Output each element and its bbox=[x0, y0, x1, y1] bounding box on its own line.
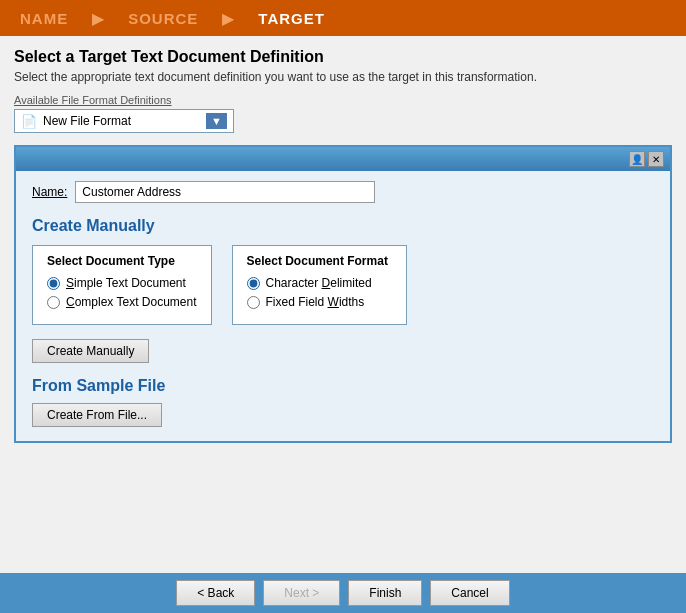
next-button[interactable]: Next > bbox=[263, 580, 340, 606]
radio-complex-text-input[interactable] bbox=[47, 296, 60, 309]
name-label: Name: bbox=[32, 185, 67, 199]
wizard-step-name-label: NAME bbox=[20, 10, 68, 27]
page-title: Select a Target Text Document Definition bbox=[14, 48, 672, 66]
wizard-step-source: SOURCE bbox=[108, 0, 218, 36]
main-content: Select a Target Text Document Definition… bbox=[0, 36, 686, 573]
radio-simple-text-input[interactable] bbox=[47, 277, 60, 290]
page-subtitle: Select the appropriate text document def… bbox=[14, 70, 672, 84]
file-format-label: Available File Format Definitions bbox=[14, 94, 672, 106]
wizard-step-name: NAME bbox=[0, 0, 88, 36]
chevron-down-icon[interactable]: ▼ bbox=[206, 113, 227, 129]
file-format-dropdown[interactable]: 📄 New File Format ▼ bbox=[14, 109, 234, 133]
dropdown-value: New File Format bbox=[43, 114, 202, 128]
dialog-close-button[interactable]: ✕ bbox=[648, 151, 664, 167]
dialog-body: Name: Create Manually Select Document Ty… bbox=[16, 171, 670, 441]
from-sample-title: From Sample File bbox=[32, 377, 654, 395]
create-manually-title: Create Manually bbox=[32, 217, 654, 235]
wizard-arrow-2: ▶ bbox=[218, 0, 238, 36]
wizard-step-target-label: TARGET bbox=[258, 10, 325, 27]
dropdown-row: 📄 New File Format ▼ bbox=[14, 109, 672, 133]
radio-complex-text: Complex Text Document bbox=[47, 295, 197, 309]
finish-button[interactable]: Finish bbox=[348, 580, 422, 606]
create-manually-button[interactable]: Create Manually bbox=[32, 339, 149, 363]
name-input[interactable] bbox=[75, 181, 375, 203]
doc-type-group-title: Select Document Type bbox=[47, 254, 197, 268]
doc-type-group: Select Document Type Simple Text Documen… bbox=[32, 245, 212, 325]
bottom-bar: < Back Next > Finish Cancel bbox=[0, 573, 686, 613]
options-row: Select Document Type Simple Text Documen… bbox=[32, 245, 654, 325]
wizard-arrow-1: ▶ bbox=[88, 0, 108, 36]
dialog-titlebar: 👤 ✕ bbox=[16, 147, 670, 171]
radio-fixed-field-label: Fixed Field Widths bbox=[266, 295, 365, 309]
wizard-step-source-label: SOURCE bbox=[128, 10, 198, 27]
radio-fixed-field-input[interactable] bbox=[247, 296, 260, 309]
name-row: Name: bbox=[32, 181, 654, 203]
dialog-user-icon[interactable]: 👤 bbox=[629, 151, 645, 167]
file-icon: 📄 bbox=[21, 114, 37, 129]
doc-format-group: Select Document Format Character Delimit… bbox=[232, 245, 407, 325]
create-from-file-button[interactable]: Create From File... bbox=[32, 403, 162, 427]
radio-simple-text-label: Simple Text Document bbox=[66, 276, 186, 290]
radio-char-delimited: Character Delimited bbox=[247, 276, 392, 290]
back-button[interactable]: < Back bbox=[176, 580, 255, 606]
radio-simple-text: Simple Text Document bbox=[47, 276, 197, 290]
radio-fixed-field: Fixed Field Widths bbox=[247, 295, 392, 309]
radio-char-delimited-label: Character Delimited bbox=[266, 276, 372, 290]
wizard-bar: NAME ▶ SOURCE ▶ TARGET bbox=[0, 0, 686, 36]
dialog: 👤 ✕ Name: Create Manually Select Documen… bbox=[14, 145, 672, 443]
cancel-button[interactable]: Cancel bbox=[430, 580, 509, 606]
wizard-step-target: TARGET bbox=[238, 0, 345, 36]
doc-format-group-title: Select Document Format bbox=[247, 254, 392, 268]
radio-complex-text-label: Complex Text Document bbox=[66, 295, 197, 309]
radio-char-delimited-input[interactable] bbox=[247, 277, 260, 290]
